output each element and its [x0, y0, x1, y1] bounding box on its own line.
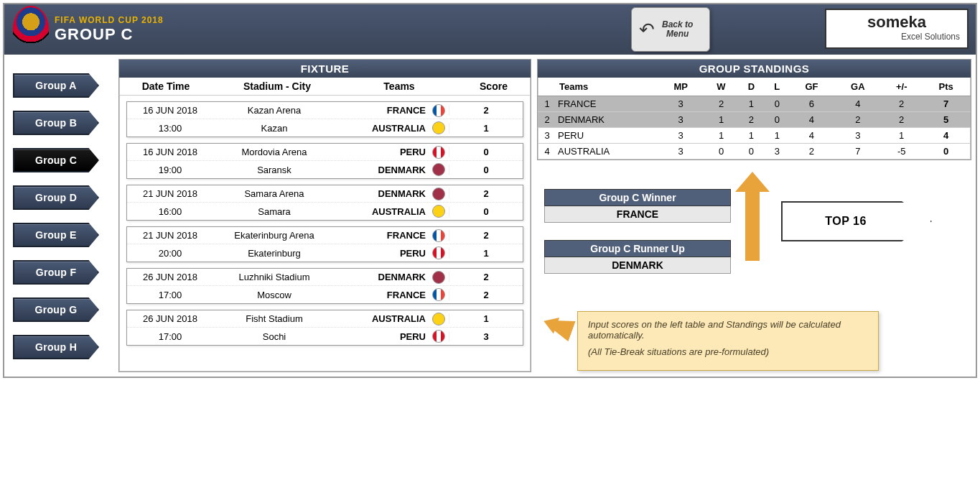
cell-pts: 7	[921, 96, 971, 112]
nav-group-g[interactable]: Group G	[13, 297, 99, 322]
cell-mp: 3	[657, 96, 704, 112]
match-team1: DENMARK	[335, 188, 429, 199]
th-teams: Teams	[538, 78, 657, 96]
col-teams: Teams	[342, 80, 457, 92]
standings-row: 1FRANCE32106427	[538, 96, 971, 112]
flag-icon	[429, 163, 449, 176]
match-score2[interactable]: 3	[449, 331, 523, 342]
nav-group-d[interactable]: Group D	[13, 185, 99, 210]
match-row-2: 13:00KazanAUSTRALIA1	[127, 119, 523, 137]
result-column: Group C Winner FRANCE Group C Runner Up …	[544, 189, 731, 291]
match-team1: DENMARK	[335, 272, 429, 282]
top16-arrow: TOP 16	[781, 193, 932, 250]
match-row-1: 21 JUN 2018Samara ArenaDENMARK2	[127, 185, 523, 203]
cell-ga: 3	[834, 128, 882, 144]
th-gf: GF	[789, 78, 834, 96]
cell-rank: 2	[538, 112, 556, 128]
header-titles: FIFA WORLD CUP 2018 GROUP C	[55, 15, 164, 44]
match-team2: AUSTRALIA	[335, 123, 429, 134]
match-score1[interactable]: 1	[449, 313, 523, 324]
flag-icon	[429, 121, 449, 134]
match-score2[interactable]: 1	[449, 248, 523, 259]
match-row-1: 16 JUN 2018Kazan ArenaFRANCE2	[127, 102, 523, 119]
match-row-2: 19:00SaranskDENMARK0	[127, 161, 523, 178]
match-row-1: 26 JUN 2018Luzhniki StadiumDENMARK2	[127, 269, 523, 286]
match-score1[interactable]: 0	[449, 147, 523, 157]
match-score2[interactable]: 2	[449, 290, 523, 300]
arrow-up-icon	[745, 189, 760, 261]
standings-header-row: Teams MP W D L GF GA +/- Pts	[538, 78, 971, 96]
match-city: Samara	[213, 206, 335, 217]
match-score2[interactable]: 0	[449, 165, 523, 175]
match-time: 13:00	[127, 123, 213, 134]
cell-ga: 4	[834, 96, 882, 112]
col-date: Date Time	[119, 80, 213, 92]
cell-l: 3	[765, 144, 789, 160]
cell-mp: 3	[657, 128, 704, 144]
match-team2: FRANCE	[335, 290, 429, 300]
match-team2: PERU	[335, 248, 429, 259]
nav-group-f[interactable]: Group F	[13, 260, 99, 285]
hint-line2: (All Tie-Break situations are pre-formul…	[588, 346, 868, 357]
match-date: 21 JUN 2018	[127, 188, 213, 199]
flag-icon	[429, 205, 449, 218]
match-city: Ekaterinburg	[213, 248, 335, 259]
app-window: FIFA WORLD CUP 2018 GROUP C ↶ Back toMen…	[3, 3, 977, 378]
cell-rank: 3	[538, 128, 556, 144]
cell-pts: 4	[921, 128, 971, 144]
cell-l: 0	[765, 96, 789, 112]
cell-team: DENMARK	[556, 112, 657, 128]
nav-group-a[interactable]: Group A	[13, 73, 99, 98]
nav-group-e[interactable]: Group E	[13, 223, 99, 247]
match-time: 16:00	[127, 206, 213, 217]
match-row-1: 16 JUN 2018Mordovia ArenaPERU0	[127, 144, 523, 161]
th-diff: +/-	[882, 78, 921, 96]
match-score1[interactable]: 2	[449, 272, 523, 282]
match-stadium: Kazan Arena	[213, 105, 335, 116]
brand-sub: Excel Solutions	[829, 32, 964, 42]
match-card: 26 JUN 2018Luzhniki StadiumDENMARK217:00…	[126, 268, 523, 304]
cell-gf: 4	[789, 112, 834, 128]
match-team2: PERU	[335, 331, 429, 342]
match-stadium: Mordovia Arena	[213, 147, 335, 157]
flag-icon	[429, 229, 449, 242]
match-score1[interactable]: 2	[449, 188, 523, 199]
back-to-menu-button[interactable]: ↶ Back toMenu	[631, 7, 710, 52]
back-arrow-icon: ↶	[632, 19, 662, 41]
flag-icon	[429, 271, 449, 284]
match-score2[interactable]: 0	[449, 206, 523, 217]
match-row-1: 21 JUN 2018Ekaterinburg ArenaFRANCE2	[127, 227, 523, 244]
hint-line1: Input scores on the left table and Stand…	[588, 319, 868, 341]
match-card: 16 JUN 2018Mordovia ArenaPERU019:00Saran…	[126, 143, 523, 179]
match-score2[interactable]: 1	[449, 123, 523, 134]
nav-group-h[interactable]: Group H	[13, 335, 99, 359]
nav-group-b[interactable]: Group B	[13, 111, 99, 135]
match-card: 21 JUN 2018Samara ArenaDENMARK216:00Sama…	[126, 185, 523, 221]
winner-value: FRANCE	[544, 206, 731, 223]
header-subtitle: FIFA WORLD CUP 2018	[55, 15, 164, 25]
cell-gf: 6	[789, 96, 834, 112]
hint-row: Input scores on the left table and Stand…	[537, 311, 971, 371]
match-team1: PERU	[335, 147, 429, 157]
cell-d: 1	[738, 128, 765, 144]
th-l: L	[765, 78, 789, 96]
cell-team: PERU	[556, 128, 657, 144]
cell-ga: 7	[834, 144, 882, 160]
standings-title: GROUP STANDINGS	[538, 60, 971, 78]
brand-name: someka	[829, 13, 964, 32]
match-date: 16 JUN 2018	[127, 147, 213, 157]
match-team1: FRANCE	[335, 230, 429, 241]
runnerup-value: DENMARK	[544, 257, 731, 274]
match-score1[interactable]: 2	[449, 230, 523, 241]
match-row-1: 26 JUN 2018Fisht StadiumAUSTRALIA1	[127, 310, 523, 328]
flag-icon	[429, 288, 449, 301]
match-card: 26 JUN 2018Fisht StadiumAUSTRALIA117:00S…	[126, 310, 523, 346]
cell-w: 1	[704, 128, 737, 144]
match-row-2: 20:00EkaterinburgPERU1	[127, 244, 523, 262]
match-score1[interactable]: 2	[449, 105, 523, 116]
nav-group-c[interactable]: Group C	[13, 148, 99, 172]
th-d: D	[738, 78, 765, 96]
standings-box: GROUP STANDINGS Teams MP W D L GF GA +/-…	[537, 59, 971, 160]
match-city: Kazan	[213, 123, 335, 134]
cell-pts: 0	[921, 144, 971, 160]
